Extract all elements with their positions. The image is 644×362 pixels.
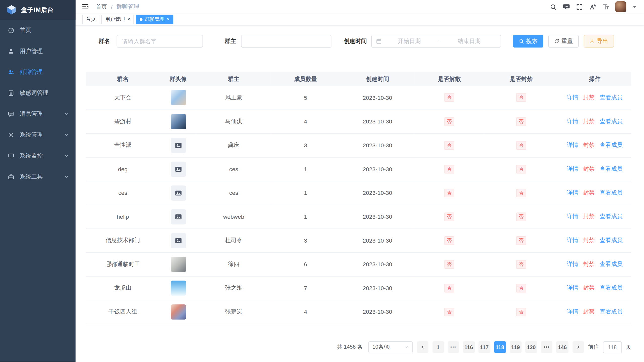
ban-link[interactable]: 封禁: [583, 308, 595, 315]
view-members-link[interactable]: 查看成员: [600, 308, 623, 315]
group-avatar: [171, 280, 186, 295]
search-icon[interactable]: [550, 3, 557, 10]
sidebar-item-7[interactable]: 系统工具: [0, 166, 75, 187]
sidebar-item-4[interactable]: 消息管理: [0, 103, 75, 124]
view-members-link[interactable]: 查看成员: [600, 237, 623, 243]
detail-link[interactable]: 详情: [567, 213, 578, 219]
page-button-120[interactable]: 120: [525, 341, 537, 353]
page-button-119[interactable]: 119: [510, 341, 521, 353]
banned-badge: 否: [516, 117, 526, 126]
detail-link[interactable]: 详情: [567, 94, 578, 100]
detail-link[interactable]: 详情: [567, 118, 578, 124]
sidebar-item-3[interactable]: 敏感词管理: [0, 82, 75, 103]
group-avatar: [171, 233, 186, 248]
cell-group-name: 龙虎山: [86, 276, 160, 300]
next-page-button[interactable]: [573, 341, 584, 353]
date-start-input[interactable]: 开始日期: [382, 37, 437, 45]
sidebar-item-0[interactable]: 首页: [0, 20, 75, 40]
group-name-input[interactable]: [117, 35, 203, 48]
ban-link[interactable]: 封禁: [583, 237, 595, 243]
more-pages-button[interactable]: •••: [447, 341, 459, 353]
detail-link[interactable]: 详情: [567, 189, 578, 196]
page-button-118[interactable]: 118: [494, 341, 506, 353]
caret-down-icon[interactable]: [632, 4, 637, 9]
cell-group-name: 天下会: [86, 86, 160, 110]
goto-page-input[interactable]: [603, 341, 622, 353]
detail-link[interactable]: 详情: [567, 237, 578, 243]
view-members-link[interactable]: 查看成员: [600, 165, 623, 172]
font-size-icon[interactable]: [589, 3, 596, 10]
tab-2[interactable]: 群聊管理 ×: [136, 15, 173, 24]
view-members-link[interactable]: 查看成员: [600, 189, 623, 196]
sidebar-item-label: 系统监控: [20, 152, 43, 159]
cell-owner: ces: [197, 181, 271, 205]
sidebar-menu: 首页 用户管理 群聊管理 敏感词管理 消息管理 系统管理 系统监控 系统工具: [0, 20, 75, 187]
view-members-link[interactable]: 查看成员: [600, 118, 623, 124]
tab-0[interactable]: 首页: [82, 15, 99, 24]
navbar: 首页 / 群聊管理: [75, 0, 644, 14]
search-button[interactable]: 搜索: [513, 35, 543, 48]
ban-link[interactable]: 封禁: [583, 260, 595, 267]
chevron-left-icon: [420, 345, 425, 350]
detail-link[interactable]: 详情: [567, 308, 578, 315]
export-button[interactable]: 导出: [584, 35, 614, 48]
detail-link[interactable]: 详情: [567, 260, 578, 267]
page-button-116[interactable]: 116: [463, 341, 475, 353]
doc-icon: [8, 90, 14, 96]
more-pages-button[interactable]: •••: [541, 341, 553, 353]
table-row: 碧游村 马仙洪 4 2023-10-30 否 否 详情封禁查看成员: [86, 110, 631, 133]
ban-link[interactable]: 封禁: [583, 284, 595, 291]
column-header: 操作: [558, 72, 631, 86]
breadcrumb-home[interactable]: 首页: [96, 3, 107, 10]
view-members-link[interactable]: 查看成员: [600, 213, 623, 219]
banned-badge: 否: [516, 212, 526, 221]
prev-page-button[interactable]: [417, 341, 428, 353]
sidebar-item-1[interactable]: 用户管理: [0, 41, 75, 62]
cell-created-time: 2023-10-30: [340, 181, 414, 205]
group-avatar: [171, 304, 186, 319]
page-button-146[interactable]: 146: [556, 341, 568, 353]
page-size-select[interactable]: 10条/页: [368, 341, 412, 353]
cell-created-time: 2023-10-30: [340, 276, 414, 300]
user-avatar[interactable]: [615, 1, 626, 12]
ban-link[interactable]: 封禁: [583, 165, 595, 172]
close-icon[interactable]: ×: [127, 17, 130, 22]
page-button-1[interactable]: 1: [432, 341, 444, 353]
close-icon[interactable]: ×: [167, 17, 170, 22]
sidebar-item-6[interactable]: 系统监控: [0, 145, 75, 166]
sidebar: 盒子IM后台 首页 用户管理 群聊管理 敏感词管理 消息管理 系统管理 系统监控…: [0, 0, 75, 362]
ban-link[interactable]: 封禁: [583, 189, 595, 196]
column-header: 是否解散: [414, 72, 484, 86]
cell-owner: 徐四: [197, 252, 271, 276]
view-members-link[interactable]: 查看成员: [600, 260, 623, 267]
detail-link[interactable]: 详情: [567, 165, 578, 172]
sidebar-toggle-icon[interactable]: [81, 3, 89, 11]
cell-group-name: 全性派: [86, 133, 160, 157]
ban-link[interactable]: 封禁: [583, 94, 595, 100]
view-members-link[interactable]: 查看成员: [600, 284, 623, 291]
tab-1[interactable]: 用户管理 ×: [101, 15, 134, 24]
page-button-117[interactable]: 117: [478, 341, 490, 353]
layout-size-icon[interactable]: [602, 3, 610, 10]
chat-icon[interactable]: [563, 3, 570, 10]
sidebar-item-5[interactable]: 系统管理: [0, 124, 75, 145]
date-end-input[interactable]: 结束日期: [442, 37, 497, 45]
view-members-link[interactable]: 查看成员: [600, 94, 623, 100]
app-logo[interactable]: 盒子IM后台: [0, 0, 75, 20]
breadcrumb-current: 群聊管理: [116, 3, 139, 10]
reset-button[interactable]: 重置: [548, 35, 579, 48]
table-row: 哪都通临时工 徐四 6 2023-10-30 否 否 详情封禁查看成员: [86, 252, 631, 276]
ban-link[interactable]: 封禁: [583, 142, 595, 148]
cell-group-name: 干饭四人组: [86, 300, 160, 324]
ban-link[interactable]: 封禁: [583, 213, 595, 219]
date-range-picker[interactable]: 开始日期 - 结束日期: [371, 35, 501, 48]
ban-link[interactable]: 封禁: [583, 118, 595, 124]
sidebar-item-2[interactable]: 群聊管理: [0, 62, 75, 82]
owner-input[interactable]: [241, 35, 331, 48]
banned-badge: 否: [516, 141, 526, 150]
detail-link[interactable]: 详情: [567, 142, 578, 148]
fullscreen-icon[interactable]: [576, 3, 583, 10]
view-members-link[interactable]: 查看成员: [600, 142, 623, 148]
date-range-separator: -: [437, 38, 442, 44]
detail-link[interactable]: 详情: [567, 284, 578, 291]
